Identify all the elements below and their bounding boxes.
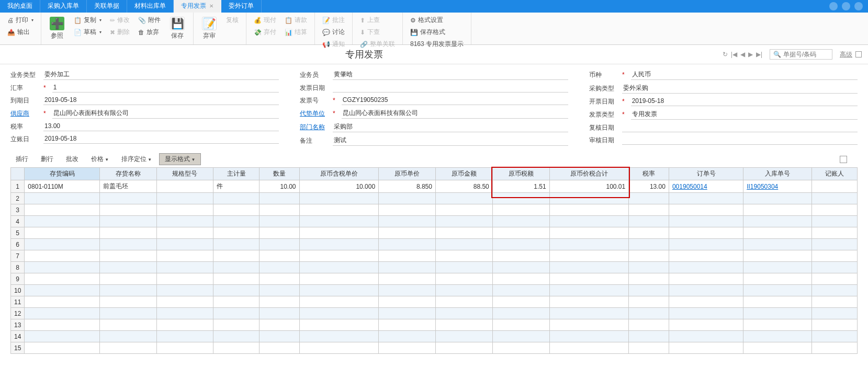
empty-cell[interactable] xyxy=(99,227,156,239)
col-spec[interactable]: 规格型号 xyxy=(156,168,213,180)
empty-cell[interactable] xyxy=(156,273,213,285)
empty-cell[interactable] xyxy=(549,216,629,227)
empty-cell[interactable] xyxy=(299,342,379,354)
empty-cell[interactable] xyxy=(549,342,629,354)
empty-cell[interactable] xyxy=(99,216,156,227)
col-order[interactable]: 订单号 xyxy=(669,168,743,180)
empty-cell[interactable] xyxy=(811,262,857,273)
insert-row-button[interactable]: 插行 xyxy=(10,154,33,165)
col-total[interactable]: 原币价税合计 xyxy=(549,168,629,180)
empty-cell[interactable] xyxy=(299,193,379,204)
circle-icon[interactable] xyxy=(842,2,850,10)
empty-cell[interactable] xyxy=(379,285,436,296)
empty-cell[interactable] xyxy=(213,262,259,273)
empty-cell[interactable] xyxy=(213,319,259,331)
empty-cell[interactable] xyxy=(629,204,669,216)
empty-cell[interactable] xyxy=(669,296,743,308)
empty-cell[interactable] xyxy=(213,296,259,308)
empty-cell[interactable] xyxy=(629,319,669,331)
tab-outsource[interactable]: 委外订单 xyxy=(221,0,262,13)
tab-related[interactable]: 关联单据 xyxy=(87,0,127,13)
empty-cell[interactable] xyxy=(435,239,492,250)
expand-icon[interactable] xyxy=(855,51,862,58)
col-price[interactable]: 原币单价 xyxy=(379,168,436,180)
currency-field[interactable]: 人民币 xyxy=(631,70,858,80)
advanced-link[interactable]: 高级 xyxy=(840,50,852,59)
empty-cell[interactable] xyxy=(25,250,99,262)
cell-name[interactable]: 前盖毛坯 xyxy=(99,180,156,193)
inv-type-field[interactable]: 专用发票 xyxy=(631,109,858,120)
table-row[interactable]: 6 xyxy=(11,239,858,250)
prev-icon[interactable]: ◀ xyxy=(740,51,745,58)
empty-cell[interactable] xyxy=(492,308,549,319)
cell-qty[interactable]: 10.00 xyxy=(259,180,299,193)
biz-type-field[interactable]: 委外加工 xyxy=(43,70,279,80)
search-input[interactable] xyxy=(783,51,825,58)
table-row[interactable]: 14 xyxy=(11,331,858,342)
empty-cell[interactable] xyxy=(743,308,811,319)
empty-cell[interactable] xyxy=(259,193,299,204)
empty-cell[interactable] xyxy=(299,285,379,296)
empty-cell[interactable] xyxy=(669,204,743,216)
empty-cell[interactable] xyxy=(811,342,857,354)
empty-cell[interactable] xyxy=(743,227,811,239)
empty-cell[interactable] xyxy=(629,250,669,262)
col-qty[interactable]: 数量 xyxy=(259,168,299,180)
empty-cell[interactable] xyxy=(213,342,259,354)
empty-cell[interactable] xyxy=(25,262,99,273)
cell-uom[interactable]: 件 xyxy=(213,180,259,193)
empty-cell[interactable] xyxy=(743,193,811,204)
display-button[interactable]: 显示格式 xyxy=(159,153,201,165)
empty-cell[interactable] xyxy=(629,342,669,354)
tax-field[interactable]: 13.00 xyxy=(43,122,279,131)
empty-cell[interactable] xyxy=(435,250,492,262)
col-taxrate[interactable]: 税率 xyxy=(629,168,669,180)
draft-button[interactable]: 📄 草稿▾ xyxy=(71,27,105,38)
saveformat-button[interactable]: 💾 保存格式 xyxy=(407,27,467,38)
empty-cell[interactable] xyxy=(492,216,549,227)
empty-cell[interactable] xyxy=(629,193,669,204)
print-button[interactable]: 🖨 打印▾ xyxy=(4,15,37,26)
empty-cell[interactable] xyxy=(435,319,492,331)
table-row[interactable]: 8 xyxy=(11,262,858,273)
attach-button[interactable]: 📎 附件 xyxy=(135,15,164,26)
empty-cell[interactable] xyxy=(549,296,629,308)
empty-cell[interactable] xyxy=(492,204,549,216)
empty-cell[interactable] xyxy=(435,308,492,319)
due-field[interactable]: 2019-05-18 xyxy=(43,96,279,105)
empty-cell[interactable] xyxy=(669,216,743,227)
sales-field[interactable]: 黄肇晗 xyxy=(333,70,568,80)
search-box[interactable]: 🔍 xyxy=(770,49,832,60)
empty-cell[interactable] xyxy=(669,273,743,285)
acc-field[interactable]: 2019-05-18 xyxy=(43,134,279,144)
empty-cell[interactable] xyxy=(259,285,299,296)
output-button[interactable]: 📤 输出 xyxy=(4,27,37,38)
close-icon[interactable]: ✕ xyxy=(209,3,213,9)
table-row[interactable]: 15 xyxy=(11,342,858,354)
empty-cell[interactable] xyxy=(99,273,156,285)
empty-cell[interactable] xyxy=(492,227,549,239)
empty-cell[interactable] xyxy=(743,216,811,227)
col-code[interactable]: 存货编码 xyxy=(25,168,99,180)
audit-field[interactable] xyxy=(622,135,858,145)
price-button[interactable]: 价格 xyxy=(86,154,114,165)
empty-cell[interactable] xyxy=(549,319,629,331)
empty-cell[interactable] xyxy=(492,250,549,262)
empty-cell[interactable] xyxy=(379,239,436,250)
col-taxamt[interactable]: 原币税额 xyxy=(492,168,549,180)
empty-cell[interactable] xyxy=(259,273,299,285)
empty-cell[interactable] xyxy=(99,239,156,250)
empty-cell[interactable] xyxy=(379,227,436,239)
table-row[interactable]: 9 xyxy=(11,273,858,285)
empty-cell[interactable] xyxy=(743,319,811,331)
empty-cell[interactable] xyxy=(299,319,379,331)
empty-cell[interactable] xyxy=(435,262,492,273)
table-row[interactable]: 2 xyxy=(11,193,858,204)
empty-cell[interactable] xyxy=(25,331,99,342)
empty-cell[interactable] xyxy=(549,285,629,296)
empty-cell[interactable] xyxy=(99,342,156,354)
col-rownum[interactable] xyxy=(11,168,25,180)
empty-cell[interactable] xyxy=(25,227,99,239)
modify-button[interactable]: ✏ 修改 xyxy=(107,15,133,26)
agent-field[interactable]: 昆山同心表面科技有限公司 xyxy=(342,108,568,119)
